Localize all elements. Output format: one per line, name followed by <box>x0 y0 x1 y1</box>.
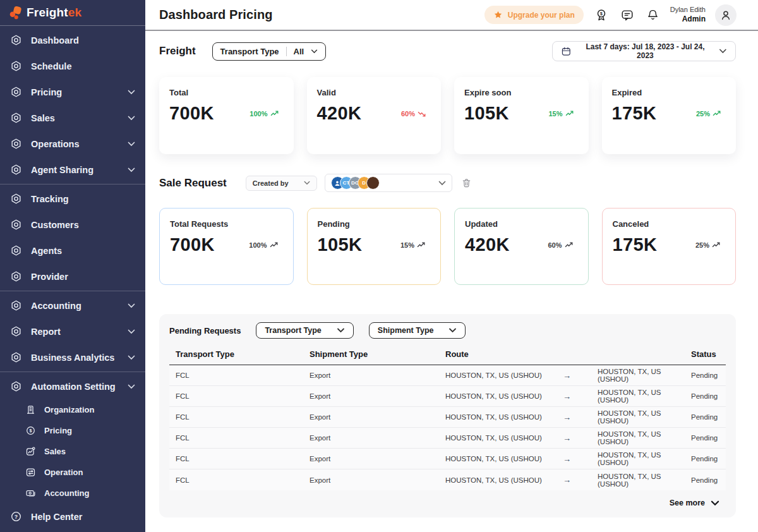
target-icon <box>10 112 22 124</box>
dollar-circle-icon: $ <box>25 425 36 436</box>
sidebar-item-schedule[interactable]: Schedule <box>0 53 145 79</box>
table-row: FCL Export HOUSTON, TX, US (USHOU) → HOU… <box>169 386 726 407</box>
sidebar-item-operations[interactable]: Operations <box>0 131 145 157</box>
chevron-down-icon <box>304 181 310 185</box>
stat-card-label: Canceled <box>613 219 726 229</box>
freight-cards: Total 700K 100% Valid 420K 60% Expire so… <box>159 77 736 154</box>
brand-logo[interactable]: Freightek <box>0 0 145 26</box>
sidebar-subitem-label: Pricing <box>44 426 72 435</box>
sale-request-header-row: Sale Request Created by CT DO D <box>159 174 736 192</box>
sidebar-item-pricing[interactable]: Pricing <box>0 79 145 105</box>
trend-up-icon <box>417 242 425 248</box>
cell-destination: HOUSTON, TX, US (USHOU) <box>598 409 691 425</box>
avatar <box>366 176 380 190</box>
sidebar-item-automation-setting[interactable]: Automation Setting <box>0 373 145 399</box>
sidebar-subitem-label: Sales <box>44 447 66 456</box>
route-arrow-icon: → <box>563 413 598 422</box>
filter-divider <box>286 47 287 56</box>
sidebar-subitem-sales[interactable]: Sales <box>0 441 145 462</box>
nav-group-automation: Automation Setting Organization $ Pricin… <box>0 372 145 505</box>
stat-card-expire-soon: Expire soon 105K 15% <box>454 77 589 154</box>
trend-up-icon <box>270 242 278 248</box>
sidebar-item-customers[interactable]: Customers <box>0 212 145 238</box>
chevron-down-icon <box>438 181 446 186</box>
stat-card-total: Total 700K 100% <box>159 77 294 154</box>
column-header-status: Status <box>691 349 719 359</box>
route-arrow-icon: → <box>563 371 598 380</box>
cell-destination: HOUSTON, TX, US (USHOU) <box>598 430 691 445</box>
trend-up-icon <box>713 111 721 117</box>
cell-destination: HOUSTON, TX, US (USHOU) <box>598 368 691 383</box>
table-shipment-type-filter[interactable]: Shipment Type <box>369 322 466 339</box>
sidebar-subitem-pricing[interactable]: $ Pricing <box>0 420 145 441</box>
cell-shipment: Export <box>310 392 445 400</box>
target-icon <box>10 86 22 98</box>
date-range-picker[interactable]: Last 7 days: Jul 18, 2023 - Jul 24, 2023 <box>552 41 736 61</box>
messages-button[interactable] <box>619 7 635 23</box>
stat-card-updated: Updated 420K 60% <box>454 208 589 285</box>
user-name: Dylan Edith <box>670 6 706 15</box>
trash-icon <box>461 178 472 188</box>
sidebar-item-business-analytics[interactable]: Business Analytics <box>0 344 145 370</box>
stat-card-value: 420K <box>317 103 362 124</box>
sidebar-subitem-organization[interactable]: Organization <box>0 399 145 420</box>
sidebar-item-label: Dashboard <box>31 35 135 45</box>
sidebar-item-dashboard[interactable]: Dashboard <box>0 27 145 53</box>
stat-card-change: 100% <box>249 241 277 249</box>
stat-card-change: 25% <box>695 241 720 249</box>
sidebar-item-agents[interactable]: Agents <box>0 238 145 263</box>
see-more-button[interactable]: See more <box>169 490 726 512</box>
upgrade-plan-button[interactable]: Upgrade your plan <box>484 6 584 24</box>
sidebar-item-label: Sales <box>31 113 119 123</box>
target-icon <box>10 299 22 311</box>
user-avatar[interactable] <box>715 4 737 26</box>
rewards-button[interactable]: $ <box>593 7 610 23</box>
sliders-icon <box>25 467 36 478</box>
sidebar-nav: Dashboard Schedule Pricing Sales <box>0 26 145 532</box>
notifications-button[interactable] <box>645 7 661 23</box>
stat-card-label: Total <box>169 88 284 97</box>
sales-chart-icon <box>25 446 36 457</box>
sidebar-item-sales[interactable]: Sales <box>0 105 145 131</box>
cell-origin: HOUSTON, TX, US (USHOU) <box>445 413 563 421</box>
sidebar-item-accounting[interactable]: Accounting <box>0 293 145 318</box>
sidebar-item-report[interactable]: Report <box>0 318 145 344</box>
sidebar: Freightek Dashboard Schedule Pricing <box>0 0 145 532</box>
transport-type-filter-label: Transport Type <box>220 47 279 56</box>
sidebar-item-help-center[interactable]: ? Help Center <box>0 505 145 528</box>
target-icon <box>10 219 22 231</box>
app-window: Freightek Dashboard Schedule Pricing <box>0 0 758 532</box>
transport-type-filter[interactable]: Transport Type All <box>212 42 327 61</box>
topbar-actions: Upgrade your plan $ Dylan Edith Admin <box>484 4 737 26</box>
created-by-avatars-select[interactable]: CT DO D <box>325 174 452 192</box>
trend-up-icon <box>565 242 573 248</box>
chat-icon <box>620 8 634 22</box>
chevron-down-icon <box>128 384 135 389</box>
table-transport-type-filter[interactable]: Transport Type <box>256 322 353 339</box>
stat-card-value: 700K <box>169 103 214 124</box>
sidebar-item-agent-sharing[interactable]: Agent Sharing <box>0 157 145 183</box>
created-by-filter[interactable]: Created by <box>246 176 317 191</box>
sidebar-item-tracking[interactable]: Tracking <box>0 186 145 212</box>
cell-destination: HOUSTON, TX, US (USHOU) <box>598 451 691 466</box>
target-icon <box>10 138 22 150</box>
cell-status: Pending <box>691 455 719 462</box>
cell-status: Pending <box>691 434 719 442</box>
clear-filter-button[interactable] <box>460 176 473 190</box>
trend-up-icon <box>712 242 720 248</box>
chevron-down-icon <box>128 142 135 147</box>
svg-text:?: ? <box>15 514 18 520</box>
sidebar-item-label: Accounting <box>31 301 119 311</box>
help-icon: ? <box>10 511 22 523</box>
sidebar-item-label: Pricing <box>31 87 119 97</box>
sidebar-subitem-accounting[interactable]: Accounting <box>0 483 145 504</box>
cell-origin: HOUSTON, TX, US (USHOU) <box>445 434 563 442</box>
sidebar-item-label: Tracking <box>31 194 135 204</box>
date-range-text: Last 7 days: Jul 18, 2023 - Jul 24, 2023 <box>578 42 713 60</box>
sale-request-cards: Total Requests 700K 100% Pending 105K 15… <box>159 208 736 285</box>
sidebar-item-provider[interactable]: Provider <box>0 263 145 289</box>
sidebar-subitem-operation[interactable]: Operation <box>0 462 145 483</box>
trend-up-icon <box>270 111 279 117</box>
stat-card-pending: Pending 105K 15% <box>307 208 442 285</box>
table-row: FCL Export HOUSTON, TX, US (USHOU) → HOU… <box>169 428 726 449</box>
